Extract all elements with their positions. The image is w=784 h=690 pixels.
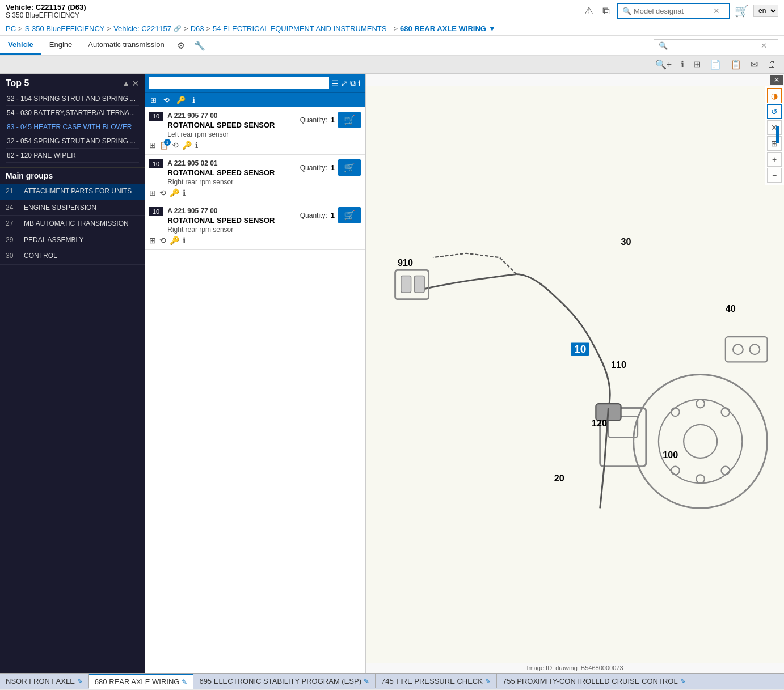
warning-icon-btn[interactable]: ⚠ xyxy=(582,2,596,19)
diagram-tool-history[interactable]: ↺ xyxy=(767,104,782,119)
add-to-cart-btn-1[interactable]: 🛒 xyxy=(338,159,361,176)
part-info-icon-1[interactable]: ℹ xyxy=(183,188,186,197)
part-sync-icon-1[interactable]: ⟲ xyxy=(159,188,166,197)
part-row-left-1: 10 A 221 905 02 01 ROTATIONAL SPEED SENS… xyxy=(149,159,300,186)
diagram-tool-grid[interactable]: ⊞ xyxy=(767,136,782,151)
group-item-21[interactable]: 21 ATTACHMENT PARTS FOR UNITS xyxy=(0,184,145,200)
bottom-tab-edit-0[interactable]: ✎ xyxy=(77,678,83,685)
parts-copy-btn[interactable]: ⧉ xyxy=(350,78,356,88)
bottom-tab-edit-1[interactable]: ✎ xyxy=(182,678,187,686)
top5-item-2[interactable]: 54 - 030 BATTERY,STARTER/ALTERNA... xyxy=(6,106,139,120)
group-num-29: 29 xyxy=(6,236,19,244)
cart-button[interactable]: 🛒 xyxy=(735,4,749,18)
part-grid-icon-0[interactable]: ⊞ xyxy=(149,141,156,150)
diagram-zoom-in-btn[interactable]: + xyxy=(767,152,782,167)
group-item-24[interactable]: 24 ENGINE SUSPENSION xyxy=(0,200,145,217)
breadcrumb-rear-axle[interactable]: 680 REAR AXLE WIRING xyxy=(400,24,486,33)
toolbar-search-input[interactable] xyxy=(670,41,761,50)
copy-icon-btn[interactable]: ⧉ xyxy=(600,3,612,19)
parts-list-view-btn[interactable]: ☰ xyxy=(331,78,339,88)
top5-item-4[interactable]: 32 - 054 SPRING STRUT AND SPRING ... xyxy=(6,134,139,149)
model-search-input[interactable] xyxy=(634,7,713,15)
diagram-close-btn[interactable]: ✕ xyxy=(770,75,783,85)
parts-sub-detail-btn[interactable]: ℹ xyxy=(191,95,196,105)
parts-sub-sync-btn[interactable]: ⟲ xyxy=(162,95,171,105)
tab-automatic-transmission[interactable]: Automatic transmission xyxy=(80,36,172,55)
diagram-blue-marker xyxy=(776,126,779,143)
toolbar-search-clear[interactable]: ✕ xyxy=(761,41,767,50)
language-select[interactable]: en de fr xyxy=(753,5,778,17)
email-btn[interactable]: ✉ xyxy=(747,57,761,71)
diagram-area[interactable]: 30 910 10 10 10 110 40 120 20 100 xyxy=(366,86,784,663)
top5-item-3[interactable]: 83 - 045 HEATER CASE WITH BLOWER xyxy=(6,120,139,134)
diagram-right-tools: ◑ ↺ ✕ ⊞ + − xyxy=(765,86,784,185)
bottom-tab-edit-3[interactable]: ✎ xyxy=(485,678,491,685)
breadcrumb-pc[interactable]: PC xyxy=(6,24,16,33)
breadcrumb-electrical[interactable]: 54 ELECTRICAL EQUIPMENT AND INSTRUMENTS xyxy=(213,24,386,33)
bottom-tab-3[interactable]: 745 TIRE PRESSURE CHECK ✎ xyxy=(376,674,497,688)
wis-btn[interactable]: 📋 xyxy=(727,57,745,71)
part-key-icon-1[interactable]: 🔑 xyxy=(170,188,179,197)
document-btn[interactable]: 📄 xyxy=(706,57,724,71)
filter-btn[interactable]: ⊞ xyxy=(690,57,704,71)
breadcrumb-s350[interactable]: S 350 BlueEFFICIENCY xyxy=(25,24,105,33)
parts-expand-btn[interactable]: ⤢ xyxy=(341,78,348,88)
group-item-30[interactable]: 30 CONTROL xyxy=(0,248,145,265)
bottom-tab-edit-4[interactable]: ✎ xyxy=(680,678,686,685)
top5-item-1[interactable]: 32 - 154 SPRING STRUT AND SPRING ... xyxy=(6,92,139,106)
tab-icon-2[interactable]: 🔧 xyxy=(189,37,210,54)
part-sync-icon-0[interactable]: ⟲ xyxy=(172,141,179,150)
tab-icon-1[interactable]: ⚙ xyxy=(172,37,189,54)
header-actions: ⚠ ⧉ 🔍 ✕ 🛒 en de fr xyxy=(582,2,778,19)
diagram-label-110: 110 xyxy=(611,359,626,370)
add-to-cart-btn-0[interactable]: 🛒 xyxy=(338,112,361,128)
parts-sub-key-btn[interactable]: 🔑 xyxy=(175,95,187,105)
part-icons-0: ⊞ 📋1 ⟲ 🔑 ℹ xyxy=(149,141,361,150)
model-label: S 350 BlueEFFICIENCY xyxy=(6,11,86,19)
diagram-label-910: 910 xyxy=(398,257,413,268)
bottom-tab-label-0: NSOR FRONT AXLE xyxy=(6,677,75,685)
bottom-tab-4[interactable]: 755 PROXIMITY-CONTROLLED CRUISE CONTROL … xyxy=(497,674,692,688)
bottom-tab-1[interactable]: 680 REAR AXLE WIRING ✎ xyxy=(89,674,194,689)
breadcrumb-vehicle[interactable]: Vehicle: C221157 xyxy=(113,24,171,33)
part-key-icon-0[interactable]: 🔑 xyxy=(182,141,192,150)
breadcrumb-dropdown-arrow[interactable]: ▼ xyxy=(488,24,496,33)
parts-search-input[interactable] xyxy=(149,77,329,89)
diagram-tool-orange[interactable]: ◑ xyxy=(767,88,782,103)
part-info-icon-2[interactable]: ℹ xyxy=(183,236,186,245)
part-grid-icon-1[interactable]: ⊞ xyxy=(149,188,156,197)
zoom-in-btn[interactable]: 🔍+ xyxy=(652,57,675,71)
group-item-27[interactable]: 27 MB AUTOMATIC TRANSMISSION xyxy=(0,216,145,232)
parts-sub-grid-btn[interactable]: ⊞ xyxy=(149,95,158,105)
group-num-27: 27 xyxy=(6,219,19,227)
part-info-icon-0[interactable]: ℹ xyxy=(195,141,198,150)
bottom-tab-0[interactable]: NSOR FRONT AXLE ✎ xyxy=(0,674,89,688)
svg-point-3 xyxy=(671,408,680,416)
vehicle-link-icon[interactable]: 🔗 xyxy=(174,25,182,32)
diagram-tool-close[interactable]: ✕ xyxy=(767,120,782,135)
part-row1-2: 10 A 221 905 77 00 ROTATIONAL SPEED SENS… xyxy=(149,207,361,234)
parts-info-btn[interactable]: ℹ xyxy=(358,78,361,88)
diagram-zoom-out-btn[interactable]: − xyxy=(767,168,782,183)
top5-collapse-btn[interactable]: ▲ xyxy=(122,79,130,88)
part-history-icon-0[interactable]: 📋1 xyxy=(159,141,168,150)
part-sync-icon-2[interactable]: ⟲ xyxy=(159,236,166,245)
search-clear-btn[interactable]: ✕ xyxy=(713,6,720,15)
part-num-2: A 221 905 77 00 xyxy=(167,207,300,215)
tab-vehicle[interactable]: Vehicle xyxy=(0,36,41,55)
group-num-24: 24 xyxy=(6,204,19,211)
add-to-cart-btn-2[interactable]: 🛒 xyxy=(338,207,361,223)
breadcrumb-d63[interactable]: D63 xyxy=(191,24,204,33)
top5-header: Top 5 ▲ ✕ xyxy=(6,78,139,88)
info-btn[interactable]: ℹ xyxy=(677,57,688,71)
svg-point-4 xyxy=(696,400,705,408)
print-btn[interactable]: 🖨 xyxy=(764,58,779,71)
top5-close-btn[interactable]: ✕ xyxy=(132,79,139,88)
tab-engine[interactable]: Engine xyxy=(41,36,80,55)
part-grid-icon-2[interactable]: ⊞ xyxy=(149,236,156,245)
bottom-tab-2[interactable]: 695 ELECTRONIC STABILITY PROGRAM (ESP) ✎ xyxy=(193,674,376,688)
top5-item-5[interactable]: 82 - 120 PANE WIPER xyxy=(6,149,139,163)
group-item-29[interactable]: 29 PEDAL ASSEMBLY xyxy=(0,232,145,249)
bottom-tab-edit-2[interactable]: ✎ xyxy=(364,678,369,685)
part-key-icon-2[interactable]: 🔑 xyxy=(170,236,179,245)
